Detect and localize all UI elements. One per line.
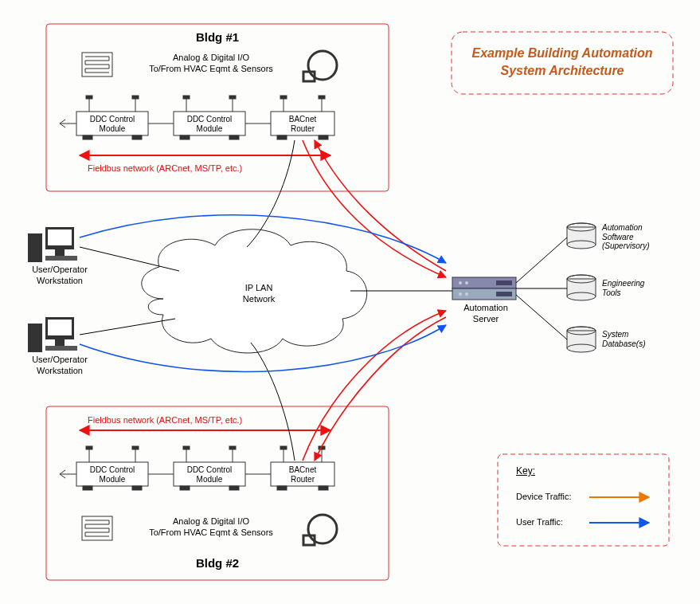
svg-point-33	[308, 515, 337, 543]
svg-rect-13	[132, 96, 139, 99]
bldg2-io-text: Analog & Digital I/O To/From HVAC Eqmt &…	[127, 516, 295, 539]
main-title-l1: Example Building Automation	[472, 46, 653, 60]
diagram-canvas	[0, 0, 700, 604]
svg-rect-50	[83, 486, 92, 490]
svg-rect-47	[280, 446, 287, 449]
svg-rect-64	[45, 256, 77, 261]
svg-rect-1	[46, 406, 389, 580]
svg-rect-17	[229, 96, 236, 99]
bldg1-io-text: Analog & Digital I/O To/From HVAC Eqmt &…	[127, 53, 295, 75]
svg-rect-54	[277, 486, 287, 490]
workstation2-label: User/Operator Workstation	[16, 355, 104, 377]
bldg2-io-l2: To/From HVAC Eqmt & Sensors	[149, 528, 273, 537]
svg-rect-23	[132, 135, 142, 139]
svg-rect-65	[28, 324, 42, 352]
bldg2-fieldbus-label: Fieldbus network (ARCnet, MS/TP, etc.)	[88, 415, 242, 425]
db2-label: Engineering Tools	[602, 279, 682, 297]
svg-point-86	[567, 292, 596, 300]
hvac-coil-icon	[82, 53, 112, 76]
svg-rect-55	[319, 486, 328, 490]
svg-point-90	[567, 344, 596, 352]
bldg2-ddc2: DDC Control Module	[174, 465, 245, 484]
svg-rect-11	[86, 96, 92, 99]
svg-rect-53	[229, 486, 239, 490]
svg-rect-41	[132, 446, 139, 449]
svg-point-74	[459, 281, 462, 284]
svg-rect-21	[319, 96, 325, 99]
bldg1-io-l2: To/From HVAC Eqmt & Sensors	[149, 64, 273, 73]
bldg1-ddc1: DDC Control Module	[76, 115, 148, 134]
db-icon-3	[567, 327, 596, 352]
key-device-label: Device Traffic:	[516, 492, 572, 501]
db3-label: System Database(s)	[602, 330, 682, 348]
key-title: Key:	[516, 465, 535, 477]
svg-rect-26	[277, 135, 287, 139]
svg-rect-45	[229, 446, 236, 449]
workstation1-label: User/Operator Workstation	[16, 265, 104, 287]
svg-point-82	[567, 241, 596, 249]
svg-rect-51	[132, 486, 142, 490]
svg-rect-67	[48, 320, 72, 335]
db1-label: Automation Software (Supervisory)	[602, 223, 682, 251]
svg-rect-60	[28, 233, 42, 262]
svg-rect-15	[183, 96, 190, 99]
hvac-fan-icon-b2	[303, 515, 337, 545]
ip-lan-label: IP LAN Network	[215, 283, 303, 305]
svg-rect-43	[183, 446, 190, 449]
svg-point-5	[308, 51, 337, 80]
bldg1-ddc2: DDC Control Module	[174, 115, 245, 134]
svg-rect-78	[496, 280, 512, 285]
hvac-coil-icon-b2	[82, 516, 112, 540]
key-user-label: User Traffic:	[516, 517, 563, 527]
bldg2-title: Bldg #2	[46, 556, 389, 570]
svg-rect-62	[48, 229, 72, 245]
svg-point-76	[459, 292, 462, 296]
svg-rect-39	[86, 446, 92, 449]
main-title-l2: System Architecture	[500, 64, 624, 77]
svg-line-92	[516, 237, 567, 283]
svg-rect-19	[280, 96, 287, 99]
db-icon-1	[567, 223, 596, 249]
svg-rect-27	[319, 135, 328, 139]
bldg2-io-l1: Analog & Digital I/O	[173, 516, 249, 526]
bldg1-router: BACnet Router	[271, 115, 334, 134]
bldg1-io-l1: Analog & Digital I/O	[173, 53, 249, 62]
hvac-fan-icon	[303, 51, 337, 81]
workstation-icon-2	[28, 317, 77, 352]
bldg1-title: Bldg #1	[46, 30, 389, 44]
automation-server-icon	[452, 277, 516, 300]
svg-rect-63	[55, 249, 65, 256]
db-icon-2	[567, 275, 596, 300]
svg-rect-68	[55, 339, 65, 346]
svg-rect-52	[180, 486, 190, 490]
svg-rect-69	[45, 346, 77, 351]
workstation-icon-1	[28, 227, 77, 262]
svg-rect-79	[496, 292, 512, 296]
svg-rect-24	[180, 135, 190, 139]
automation-server-label: Automation Server	[446, 303, 526, 325]
diagram-main-title: Example Building Automation System Archi…	[452, 45, 673, 79]
svg-rect-22	[83, 135, 92, 139]
svg-rect-25	[229, 135, 239, 139]
bldg2-ddc1: DDC Control Module	[76, 465, 148, 484]
bldg2-router: BACnet Router	[271, 465, 334, 484]
svg-point-77	[465, 292, 468, 296]
svg-line-71	[80, 319, 175, 335]
bldg1-fieldbus-label: Fieldbus network (ARCnet, MS/TP, etc.)	[88, 163, 242, 173]
svg-point-75	[465, 281, 468, 284]
